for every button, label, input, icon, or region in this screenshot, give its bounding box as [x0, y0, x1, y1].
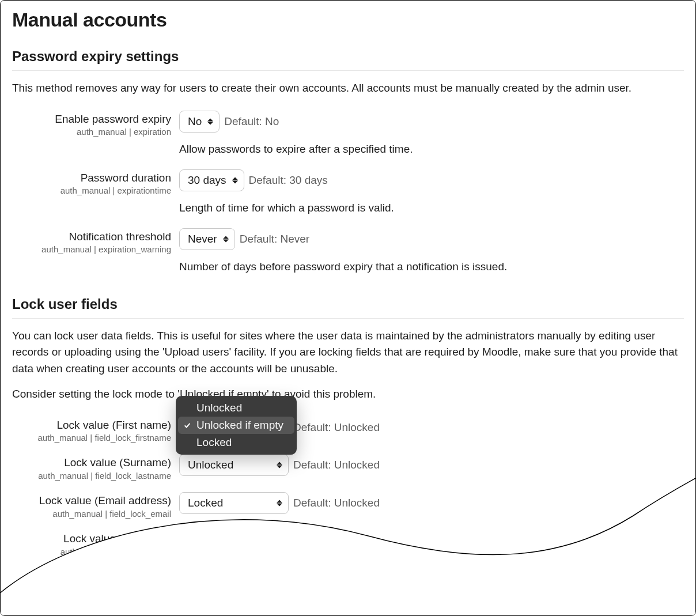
select-value: Locked	[188, 497, 223, 509]
setting-key: auth_manual | expiration	[12, 127, 171, 137]
setting-label: Enable password expiry	[12, 113, 171, 126]
lock-surname-select[interactable]: Unlocked	[179, 454, 289, 476]
password-duration-select[interactable]: 30 days	[179, 169, 244, 191]
setting-label: Lock value (Email address)	[12, 494, 171, 508]
lock-email-select[interactable]: Locked	[179, 492, 289, 514]
setting-lock-email: Lock value (Email address) auth_manual |…	[12, 492, 684, 519]
select-value: 30 days	[188, 174, 226, 187]
setting-label: Lock value (City/town)	[12, 532, 171, 546]
updown-icon	[277, 462, 282, 468]
setting-help: Number of days before password expiry th…	[179, 260, 684, 273]
setting-lock-surname: Lock value (Surname) auth_manual | field…	[12, 454, 684, 481]
lock-intro-text-2: Consider setting the lock mode to 'Unloc…	[12, 386, 684, 403]
setting-label: Lock value (Surname)	[12, 456, 171, 470]
updown-icon	[277, 538, 282, 544]
checkmark-icon	[183, 421, 192, 429]
option-label: Locked	[196, 436, 232, 449]
setting-notification-threshold: Notification threshold auth_manual | exp…	[12, 228, 684, 275]
default-text: Default: Unlocked	[293, 459, 380, 471]
section-title-lock: Lock user fields	[12, 296, 684, 312]
select-value: No	[188, 115, 202, 128]
section-intro-lock: You can lock user data fields. This is u…	[12, 328, 684, 403]
enable-expiry-select[interactable]: No	[179, 111, 220, 133]
section-title-expiry: Password expiry settings	[12, 48, 684, 65]
setting-key: auth_manual | field_lock_firstname	[12, 433, 171, 443]
page-title: Manual accounts	[12, 9, 684, 31]
dropdown-option-unlocked-if-empty[interactable]: Unlocked if empty	[178, 417, 294, 434]
setting-help: Length of time for which a password is v…	[179, 202, 684, 214]
dropdown-option-locked[interactable]: Locked	[178, 434, 294, 451]
setting-key: auth_manual | field_lock_email	[12, 509, 171, 519]
updown-icon	[207, 118, 213, 124]
dropdown-option-unlocked[interactable]: Unlocked	[178, 399, 294, 417]
setting-key: auth_manual | field_lock_lastname	[12, 471, 171, 481]
setting-label: Password duration	[12, 172, 171, 185]
expiry-intro-text: This method removes any way for users to…	[12, 80, 684, 97]
setting-enable-expiry: Enable password expiry auth_manual | exp…	[12, 111, 684, 158]
default-text: Default: Unlocked	[293, 497, 380, 509]
default-text: Default: Never	[240, 233, 309, 245]
default-text: Default: 30 days	[249, 174, 328, 187]
default-text: Default: No	[224, 115, 279, 128]
notification-threshold-select[interactable]: Never	[179, 228, 235, 250]
setting-lock-firstname: Lock value (First name) auth_manual | fi…	[12, 417, 684, 443]
setting-password-duration: Password duration auth_manual | expirati…	[12, 169, 684, 217]
section-intro-expiry: This method removes any way for users to…	[12, 80, 684, 97]
lock-intro-text-1: You can lock user data fields. This is u…	[12, 328, 684, 377]
select-value: Unlocked	[188, 535, 233, 547]
option-label: Unlocked	[196, 402, 242, 414]
select-value: Never	[188, 233, 217, 245]
setting-label: Notification threshold	[12, 230, 171, 244]
updown-icon	[277, 500, 282, 507]
setting-label: Lock value (First name)	[12, 419, 171, 432]
setting-key: auth_manual | expiration_warning	[12, 244, 171, 254]
setting-key: auth_manual | field_lock_city	[12, 547, 171, 557]
setting-lock-city: Lock value (City/town) auth_manual | fie…	[12, 530, 684, 557]
setting-key: auth_manual | expirationtime	[12, 186, 171, 195]
default-text: Default: Unlocked	[293, 421, 380, 434]
setting-help: Allow passwords to expire after a specif…	[179, 143, 684, 156]
section-rule	[12, 70, 684, 71]
updown-icon	[223, 236, 229, 242]
option-label: Unlocked if empty	[196, 419, 283, 432]
lock-firstname-dropdown: Unlocked Unlocked if empty Locked	[176, 396, 297, 455]
updown-icon	[232, 177, 238, 183]
lock-city-select[interactable]: Unlocked	[179, 530, 289, 552]
section-rule	[12, 318, 684, 319]
select-value: Unlocked	[188, 459, 233, 471]
